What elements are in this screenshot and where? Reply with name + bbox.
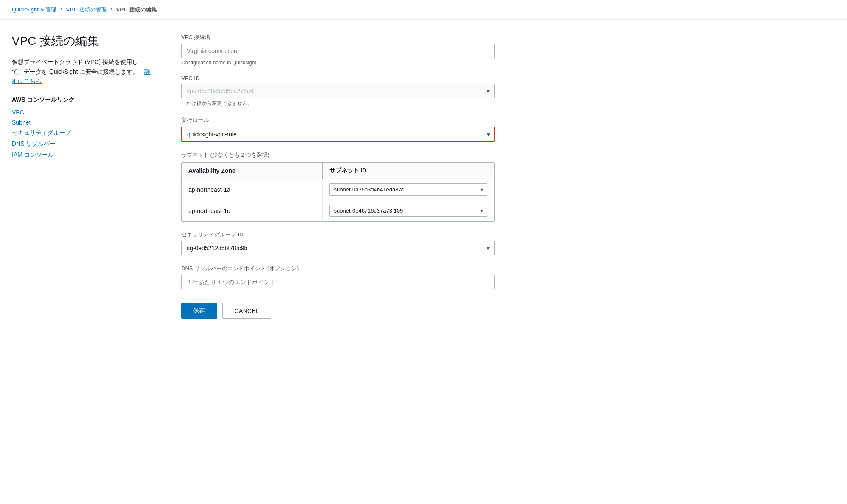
subnet-id-select-wrapper-2: subnet-0e46716d37a73f109 (329, 205, 487, 217)
execution-role-select-wrapper: quicksight-vpc-role (181, 127, 495, 142)
subnet-table-container: Availability Zone サブネット ID ap-northeast-… (181, 162, 495, 222)
security-group-select-wrapper: sg-0ed5212d5bf78fc9b (181, 241, 495, 255)
subnet-id-select-wrapper-1: subnet-0a35b3d4b41eda87d (329, 183, 487, 196)
subnet-row-1: ap-northeast-1a subnet-0a35b3d4b41eda87d (182, 179, 494, 200)
subnet-id-cell-2: subnet-0e46716d37a73f109 (322, 200, 494, 222)
breadcrumb-separator-2: / (111, 6, 113, 13)
security-group-section: セキュリティグループ ID sg-0ed5212d5bf78fc9b (181, 231, 495, 255)
vpc-id-section: VPC ID vpc-05c48c97d5be276a6 これは後から変更できま… (181, 75, 495, 107)
breadcrumb-current: VPC 接続の編集 (116, 6, 157, 13)
subnet-section: サブネット (少なくとも 2 つを選択) Availability Zone サ… (181, 151, 495, 222)
console-link-dns-resolver[interactable]: DNS リゾルバー (12, 140, 156, 148)
console-link-security-group[interactable]: セキュリティグループ (12, 129, 156, 137)
execution-role-select[interactable]: quicksight-vpc-role (181, 127, 495, 142)
console-link-subnet[interactable]: Subnet (12, 119, 156, 126)
form-actions: 保存 CANCEL (181, 303, 495, 319)
breadcrumb-link-vpc[interactable]: VPC 接続の管理 (66, 6, 106, 13)
breadcrumb-link-manage[interactable]: QuickSight を管理 (12, 6, 56, 13)
subnet-id-header: サブネット ID (322, 163, 494, 179)
subnet-table-header-row: Availability Zone サブネット ID (182, 163, 494, 179)
vpc-connection-name-section: VPC 接続名 Configuration name in Quicksight (181, 33, 495, 66)
aws-console-section-title: AWS コンソールリンク (12, 96, 156, 104)
subnet-az-1: ap-northeast-1a (182, 179, 322, 200)
breadcrumb: QuickSight を管理 / VPC 接続の管理 / VPC 接続の編集 (0, 0, 847, 20)
security-group-select[interactable]: sg-0ed5212d5bf78fc9b (181, 241, 495, 255)
cancel-button[interactable]: CANCEL (222, 303, 272, 319)
subnet-section-label: サブネット (少なくとも 2 つを選択) (181, 151, 495, 159)
page-description: 仮想プライベートクラウド (VPC) 接続を使用し て、データを QuickSi… (12, 57, 156, 86)
subnet-row-2: ap-northeast-1c subnet-0e46716d37a73f109 (182, 200, 494, 222)
vpc-connection-name-input[interactable] (181, 44, 495, 58)
save-button[interactable]: 保存 (181, 303, 217, 319)
vpc-id-cannot-change-hint: これは後から変更できません。 (181, 100, 495, 107)
page-title: VPC 接続の編集 (12, 33, 156, 49)
console-link-vpc[interactable]: VPC (12, 109, 156, 116)
console-links-list: VPC Subnet セキュリティグループ DNS リゾルバー IAM コンソー… (12, 109, 156, 159)
subnet-id-select-2[interactable]: subnet-0e46716d37a73f109 (329, 205, 487, 217)
security-group-label: セキュリティグループ ID (181, 231, 495, 238)
console-link-iam[interactable]: IAM コンソール (12, 151, 156, 159)
vpc-id-select[interactable]: vpc-05c48c97d5be276a6 (181, 84, 495, 98)
dns-resolver-label: DNS リゾルバーのエンドポイント (オプション) (181, 265, 495, 272)
dns-resolver-input[interactable] (181, 275, 495, 289)
execution-role-label: 実行ロール (181, 116, 495, 124)
breadcrumb-separator-1: / (61, 6, 64, 13)
dns-resolver-section: DNS リゾルバーのエンドポイント (オプション) (181, 265, 495, 289)
execution-role-section: 実行ロール quicksight-vpc-role (181, 116, 495, 142)
subnet-id-select-1[interactable]: subnet-0a35b3d4b41eda87d (329, 183, 487, 196)
subnet-az-header: Availability Zone (182, 163, 322, 179)
subnet-table: Availability Zone サブネット ID ap-northeast-… (182, 163, 494, 221)
vpc-id-label: VPC ID (181, 75, 495, 81)
vpc-id-select-wrapper: vpc-05c48c97d5be276a6 (181, 84, 495, 98)
vpc-connection-name-label: VPC 接続名 (181, 33, 495, 41)
subnet-az-2: ap-northeast-1c (182, 200, 322, 222)
vpc-connection-name-hint: Configuration name in Quicksight (181, 60, 495, 66)
subnet-id-cell-1: subnet-0a35b3d4b41eda87d (322, 179, 494, 200)
